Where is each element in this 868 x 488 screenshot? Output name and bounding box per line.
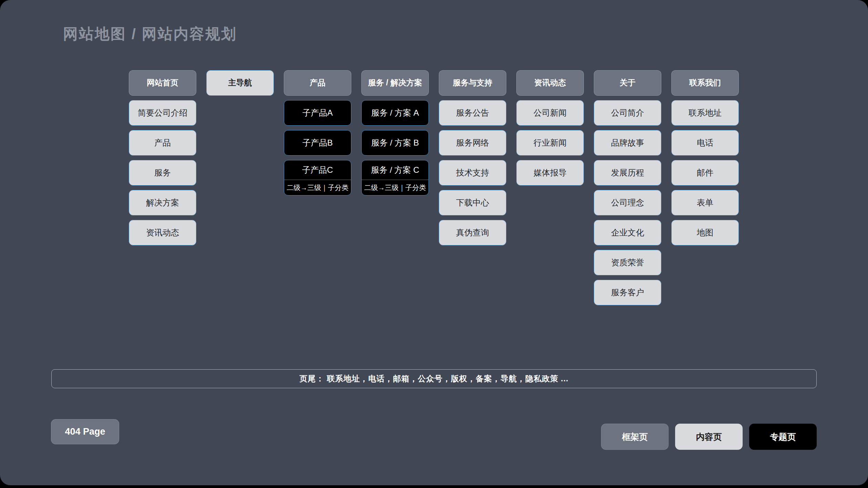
sitemap-node[interactable]: 简要公司介绍 bbox=[129, 100, 196, 126]
sitemap-column: 联系我们联系地址电话邮件表单地图 bbox=[671, 70, 739, 245]
footer-note-box[interactable]: 页尾： 联系地址，电话，邮箱，公众号，版权，备案，导航，隐私政策 ... bbox=[51, 369, 817, 388]
sitemap-column: 主导航 bbox=[206, 70, 274, 96]
sitemap-column: 服务与支持服务公告服务网络技术支持下载中心真伪查询 bbox=[439, 70, 506, 245]
sitemap-node[interactable]: 行业新闻 bbox=[516, 130, 584, 156]
sitemap-canvas: 网站地图 / 网站内容规划 网站首页简要公司介绍产品服务解决方案资讯动态主导航产… bbox=[0, 0, 868, 485]
column-header-node[interactable]: 服务 / 解决方案 bbox=[361, 70, 429, 96]
sitemap-column: 关于公司简介品牌故事发展历程公司理念企业文化资质荣誉服务客户 bbox=[594, 70, 661, 305]
node-label: 子产品C bbox=[284, 160, 351, 180]
legend-content-button[interactable]: 内容页 bbox=[675, 424, 743, 450]
legend: 框架页内容页专题页 bbox=[601, 424, 817, 450]
sitemap-node[interactable]: 发展历程 bbox=[594, 160, 661, 185]
sitemap-node[interactable]: 公司理念 bbox=[594, 190, 661, 215]
sitemap-column: 网站首页简要公司介绍产品服务解决方案资讯动态 bbox=[129, 70, 196, 245]
sitemap-node[interactable]: 表单 bbox=[671, 190, 739, 215]
sitemap-node[interactable]: 子产品C二级→三级｜子分类 bbox=[284, 160, 351, 195]
sitemap-node[interactable]: 资讯动态 bbox=[129, 220, 196, 245]
sitemap-node[interactable]: 品牌故事 bbox=[594, 130, 661, 156]
sitemap-node[interactable]: 媒体报导 bbox=[516, 160, 584, 185]
sitemap-column: 产品子产品A子产品B子产品C二级→三级｜子分类 bbox=[284, 70, 351, 195]
legend-special-button[interactable]: 专题页 bbox=[749, 424, 817, 450]
page-title: 网站地图 / 网站内容规划 bbox=[63, 24, 237, 44]
column-header-node[interactable]: 服务与支持 bbox=[439, 70, 506, 96]
sitemap-node[interactable]: 地图 bbox=[671, 220, 739, 245]
page-404-node[interactable]: 404 Page bbox=[51, 419, 119, 444]
column-header-node[interactable]: 主导航 bbox=[206, 70, 274, 96]
sitemap-node[interactable]: 子产品B bbox=[284, 130, 351, 156]
sitemap-node[interactable]: 服务 / 方案 C二级→三级｜子分类 bbox=[361, 160, 429, 195]
sitemap-node[interactable]: 资质荣誉 bbox=[594, 250, 661, 275]
column-header-node[interactable]: 资讯动态 bbox=[516, 70, 584, 96]
column-header-node[interactable]: 联系我们 bbox=[671, 70, 739, 96]
sitemap-node[interactable]: 服务 / 方案 B bbox=[361, 130, 429, 156]
sitemap-node[interactable]: 服务 / 方案 A bbox=[361, 100, 429, 126]
sitemap-node[interactable]: 服务 bbox=[129, 160, 196, 185]
sitemap-node[interactable]: 电话 bbox=[671, 130, 739, 156]
sitemap-node[interactable]: 企业文化 bbox=[594, 220, 661, 245]
node-label: 服务 / 方案 C bbox=[362, 160, 428, 180]
sitemap-node[interactable]: 解决方案 bbox=[129, 190, 196, 215]
sitemap-columns: 网站首页简要公司介绍产品服务解决方案资讯动态主导航产品子产品A子产品B子产品C二… bbox=[129, 70, 739, 305]
sitemap-node[interactable]: 子产品A bbox=[284, 100, 351, 126]
column-header-node[interactable]: 关于 bbox=[594, 70, 661, 96]
sitemap-node[interactable]: 真伪查询 bbox=[439, 220, 506, 245]
sitemap-node[interactable]: 服务客户 bbox=[594, 280, 661, 305]
sitemap-node[interactable]: 联系地址 bbox=[671, 100, 739, 126]
desktop-background: { "page": { "title": "网站地图 / 网站内容规划", "f… bbox=[0, 0, 868, 488]
sitemap-node[interactable]: 产品 bbox=[129, 130, 196, 156]
sitemap-node[interactable]: 下载中心 bbox=[439, 190, 506, 215]
footer-note-text: 页尾： 联系地址，电话，邮箱，公众号，版权，备案，导航，隐私政策 ... bbox=[300, 373, 569, 384]
sitemap-node[interactable]: 服务网络 bbox=[439, 130, 506, 156]
sitemap-node[interactable]: 邮件 bbox=[671, 160, 739, 185]
sitemap-column: 服务 / 解决方案服务 / 方案 A服务 / 方案 B服务 / 方案 C二级→三… bbox=[361, 70, 429, 195]
node-sublabel: 二级→三级｜子分类 bbox=[284, 180, 351, 195]
sitemap-node[interactable]: 服务公告 bbox=[439, 100, 506, 126]
sitemap-column: 资讯动态公司新闻行业新闻媒体报导 bbox=[516, 70, 584, 185]
sitemap-node[interactable]: 技术支持 bbox=[439, 160, 506, 185]
sitemap-node[interactable]: 公司新闻 bbox=[516, 100, 584, 126]
column-header-node[interactable]: 产品 bbox=[284, 70, 351, 96]
node-sublabel: 二级→三级｜子分类 bbox=[362, 180, 428, 195]
column-header-node[interactable]: 网站首页 bbox=[129, 70, 196, 96]
sitemap-node[interactable]: 公司简介 bbox=[594, 100, 661, 126]
legend-frame-button[interactable]: 框架页 bbox=[601, 424, 669, 450]
